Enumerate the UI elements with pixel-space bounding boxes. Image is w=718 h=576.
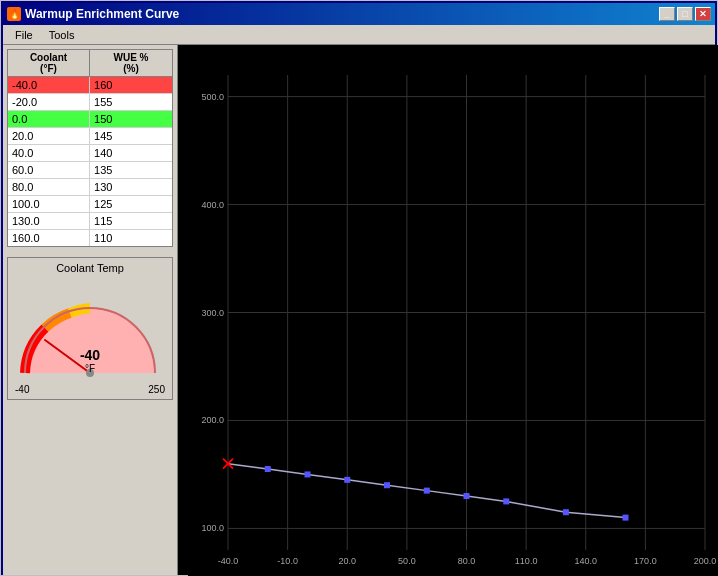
gauge-svg: -40 °F — [15, 278, 165, 388]
content-area: Coolant(°F) WUE %(%) -40.0160-20.01550.0… — [3, 45, 715, 575]
maximize-button[interactable]: □ — [677, 7, 693, 21]
table-row[interactable]: 0.0150 — [8, 111, 172, 128]
title-buttons: _ □ ✕ — [659, 7, 711, 21]
cell-coolant-5[interactable]: 60.0 — [8, 162, 90, 178]
table-row[interactable]: 160.0110 — [8, 230, 172, 246]
gauge-title: Coolant Temp — [56, 262, 124, 274]
cell-wue-4[interactable]: 140 — [90, 145, 172, 161]
cell-coolant-6[interactable]: 80.0 — [8, 179, 90, 195]
svg-text:-40: -40 — [80, 347, 100, 363]
menu-tools[interactable]: Tools — [41, 27, 83, 43]
cell-wue-1[interactable]: 155 — [90, 94, 172, 110]
table-row[interactable]: -40.0160 — [8, 77, 172, 94]
table-row[interactable]: 80.0130 — [8, 179, 172, 196]
cell-wue-2[interactable]: 150 — [90, 111, 172, 127]
title-bar: 🔥 Warmup Enrichment Curve _ □ ✕ — [3, 3, 715, 25]
wue-chart — [188, 55, 718, 576]
cell-wue-9[interactable]: 110 — [90, 230, 172, 246]
window-icon: 🔥 — [7, 7, 21, 21]
cell-coolant-4[interactable]: 40.0 — [8, 145, 90, 161]
menu-file[interactable]: File — [7, 27, 41, 43]
svg-text:°F: °F — [85, 363, 95, 374]
col-wue-header: WUE %(%) — [90, 50, 172, 77]
table-row[interactable]: 100.0125 — [8, 196, 172, 213]
cell-wue-7[interactable]: 125 — [90, 196, 172, 212]
cell-coolant-9[interactable]: 160.0 — [8, 230, 90, 246]
cell-wue-6[interactable]: 130 — [90, 179, 172, 195]
gauge-labels: -40 250 — [15, 384, 165, 395]
gauge-max-label: 250 — [148, 384, 165, 395]
cell-coolant-8[interactable]: 130.0 — [8, 213, 90, 229]
data-table: Coolant(°F) WUE %(%) -40.0160-20.01550.0… — [7, 49, 173, 247]
cell-coolant-1[interactable]: -20.0 — [8, 94, 90, 110]
table-row[interactable]: 60.0135 — [8, 162, 172, 179]
table-row[interactable]: 40.0140 — [8, 145, 172, 162]
cell-wue-8[interactable]: 115 — [90, 213, 172, 229]
title-bar-left: 🔥 Warmup Enrichment Curve — [7, 7, 179, 21]
cell-wue-5[interactable]: 135 — [90, 162, 172, 178]
table-row[interactable]: 130.0115 — [8, 213, 172, 230]
chart-area — [178, 45, 718, 575]
main-window: 🔥 Warmup Enrichment Curve _ □ ✕ File Too… — [1, 1, 717, 575]
minimize-button[interactable]: _ — [659, 7, 675, 21]
cell-wue-0[interactable]: 160 — [90, 77, 172, 93]
gauge-area: Coolant Temp — [7, 257, 173, 400]
window-title: Warmup Enrichment Curve — [25, 7, 179, 21]
cell-coolant-2[interactable]: 0.0 — [8, 111, 90, 127]
cell-coolant-0[interactable]: -40.0 — [8, 77, 90, 93]
menu-bar: File Tools — [3, 25, 715, 45]
cell-coolant-7[interactable]: 100.0 — [8, 196, 90, 212]
table-row[interactable]: 20.0145 — [8, 128, 172, 145]
gauge-min-label: -40 — [15, 384, 29, 395]
cell-wue-3[interactable]: 145 — [90, 128, 172, 144]
table-header: Coolant(°F) WUE %(%) — [8, 50, 172, 77]
col-coolant-header: Coolant(°F) — [8, 50, 90, 77]
left-panel: Coolant(°F) WUE %(%) -40.0160-20.01550.0… — [3, 45, 178, 575]
cell-coolant-3[interactable]: 20.0 — [8, 128, 90, 144]
table-row[interactable]: -20.0155 — [8, 94, 172, 111]
table-body: -40.0160-20.01550.015020.014540.014060.0… — [8, 77, 172, 246]
close-button[interactable]: ✕ — [695, 7, 711, 21]
